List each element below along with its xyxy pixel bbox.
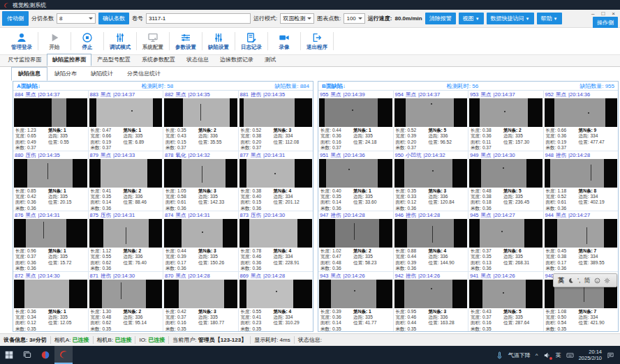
log-record-button[interactable]: 日志记录	[235, 32, 267, 51]
stop-button[interactable]: 停止	[71, 32, 103, 51]
defect-image	[89, 98, 163, 127]
weather-text[interactable]: 气温下降	[508, 351, 531, 359]
subtab-defect-distribution[interactable]: 缺陷分布	[47, 67, 84, 81]
defect-info: 长度: 0.44 宽度: 0.36 面积: 0.16 米数: 0.37 第N条:…	[318, 127, 393, 151]
defect-cell[interactable]: 942 挫伤 |20:14:26 长度: 0.95 宽度: 0.46 面积: 0…	[394, 272, 468, 332]
tab-defect-monitor[interactable]: 缺陷监控界面	[47, 54, 91, 66]
defect-cell[interactable]: 872 黑点 |20:14:30 长度: 0.36 宽度: 0.34 面积: 0…	[13, 272, 88, 332]
minimize-button[interactable]: –	[591, 10, 594, 17]
defect-cell[interactable]: 878 氧化 |20:14:32 长度: 1.05 宽度: 0.58 面积: 0…	[163, 151, 238, 211]
defect-type: 黑点	[26, 212, 36, 218]
subtab-class-info-statistics[interactable]: 分类信息统计	[120, 67, 168, 81]
defect-cell[interactable]: 876 黑点 |20:14:31 长度: 0.96 宽度: 0.37 面积: 0…	[13, 211, 88, 271]
smiley-icon[interactable]	[594, 278, 600, 284]
defect-meter: 米数: 0.36	[91, 206, 163, 211]
defect-type: 黑点	[556, 91, 566, 98]
split-count-select[interactable]: 8	[57, 13, 96, 24]
defect-cell[interactable]: 879 黑点 |20:14:33 长度: 0.41 宽度: 0.35 面积: 0…	[89, 151, 163, 211]
defect-id: 942	[395, 273, 404, 279]
tray-expand-chevron[interactable]: ^	[536, 352, 538, 358]
defect-cell[interactable]: 884 黑点 |20:14:37 长度: 1.23 宽度: 0.65 面积: 0…	[13, 91, 88, 151]
data-shortcut-menu-button[interactable]: 数据快捷访问▼	[487, 13, 534, 24]
taskbar-app-1[interactable]	[36, 346, 54, 364]
exit-program-button[interactable]: 退出程序	[301, 32, 333, 51]
run-mode-select[interactable]: 双面检测	[280, 13, 314, 24]
tab-edge-data-record[interactable]: 边缘数据记录	[214, 54, 259, 66]
defect-cell[interactable]: 881 挫伤 |20:14:35 长度: 0.52 宽度: 0.38 面积: 0…	[239, 91, 313, 151]
taskbar-clock[interactable]: 20:14 2025/2/10	[579, 349, 602, 362]
defect-settings-button[interactable]: 缺陷设置	[202, 32, 235, 51]
tab-size-monitor[interactable]: 尺寸监控界面	[2, 54, 47, 66]
ime-toolbar[interactable]: 英 ’, 简	[553, 273, 617, 287]
defect-type: 挫伤	[406, 273, 416, 279]
defect-strip-no: 第N条: 1	[353, 309, 376, 314]
defect-cell[interactable]: 869 黑点 |20:14:28 长度: 0.55 宽度: 0.41 面积: 0…	[239, 272, 313, 332]
chart-points-select[interactable]: 100	[344, 13, 364, 24]
defect-cell[interactable]: 945 黑点 |20:14:27 长度: 0.37 宽度: 0.35 面积: 0…	[468, 211, 543, 271]
tab-product-model-config[interactable]: 产品型号配置	[91, 54, 136, 66]
action-center-icon[interactable]	[607, 351, 614, 359]
defect-cell[interactable]: 874 黑点 |20:14:31 长度: 0.44 宽度: 0.39 面积: 0…	[163, 211, 238, 271]
volume-button[interactable]	[543, 351, 551, 359]
drive-side-button[interactable]: 传动侧	[2, 11, 29, 26]
debug-mode-button[interactable]: 调试模式	[104, 32, 136, 51]
keyboard-icon[interactable]	[566, 351, 574, 359]
defect-position: 位置: 33.60	[353, 199, 376, 205]
defect-cell[interactable]: 943 黑点 |20:14:26 长度: 0.39 宽度: 0.36 面积: 0…	[318, 272, 393, 332]
defect-cell[interactable]: 950 小凹坑 |20:14:32 长度: 0.35 宽度: 0.33 面积: …	[394, 151, 468, 211]
view-menu-button[interactable]: 视图▼	[459, 13, 484, 24]
defect-cell[interactable]: 871 挫伤 |20:14:30 长度: 1.30 宽度: 0.48 面积: 0…	[89, 272, 163, 332]
task-view-button[interactable]	[18, 346, 36, 364]
defect-info: 长度: 0.47 宽度: 0.66 面积: 0.19 米数: 0.37 第N条:…	[89, 127, 163, 151]
tab-system-parameter-config[interactable]: 系统参数配置	[136, 54, 181, 66]
operate-side-button[interactable]: 操作侧	[593, 17, 618, 29]
defect-cell[interactable]: 955 黑点 |20:14:39 长度: 0.44 宽度: 0.36 面积: 0…	[318, 91, 393, 151]
tab-status-info[interactable]: 状态信息	[181, 54, 214, 66]
defect-cell[interactable]: 948 挫伤 |20:14:28 长度: 1.18 宽度: 0.52 面积: 0…	[544, 151, 619, 211]
defect-cell[interactable]: 875 压伤 |20:14:31 长度: 1.12 宽度: 0.55 面积: 0…	[89, 211, 163, 271]
parameter-settings-button[interactable]: 参数设置	[170, 32, 202, 51]
subtab-defect-statistics[interactable]: 缺陷统计	[84, 67, 120, 81]
maximize-button[interactable]: □	[601, 10, 605, 17]
help-menu-button[interactable]: 帮助▼	[537, 13, 562, 24]
defect-strip-no: 第N条: 1	[48, 188, 71, 194]
start-button[interactable]	[0, 346, 18, 364]
defect-cell[interactable]: 949 黑点 |20:14:30 长度: 0.48 宽度: 0.38 面积: 0…	[468, 151, 543, 211]
subtab-defect-info[interactable]: 缺陷信息	[11, 67, 47, 81]
ime-english-mode[interactable]: 英	[558, 276, 564, 285]
admin-login-button[interactable]: 管理登录	[6, 32, 38, 51]
confirm-count-button[interactable]: 确认条数	[98, 13, 129, 24]
ime-language-indicator[interactable]: 英	[556, 351, 561, 359]
tab-test[interactable]: 测试	[259, 54, 281, 66]
record-video-button[interactable]: 录像	[268, 32, 300, 51]
moon-icon[interactable]	[568, 278, 574, 284]
defect-image	[164, 219, 237, 248]
defect-cell[interactable]: 880 压伤 |20:14:35 长度: 0.85 宽度: 0.42 面积: 0…	[13, 151, 88, 211]
defect-cell[interactable]: 951 黑点 |20:14:36 长度: 0.40 宽度: 0.35 面积: 0…	[318, 151, 393, 211]
gear-icon[interactable]	[604, 278, 610, 284]
defect-cell[interactable]: 954 黑点 |20:14:37 长度: 0.52 宽度: 0.39 面积: 0…	[394, 91, 468, 151]
start-button[interactable]: 开始	[38, 32, 71, 51]
ime-simplified-mode[interactable]: 简	[584, 276, 591, 285]
defect-cell[interactable]: 873 压伤 |20:14:30 长度: 0.78 宽度: 0.46 面积: 0…	[239, 211, 313, 271]
defect-cell[interactable]: 941 黑点 |20:14:26 长度: 0.43 宽度: 0.37 面积: 0…	[468, 272, 543, 332]
taskbar-app-inspection[interactable]	[54, 346, 73, 364]
defect-cell[interactable]: 946 挫伤 |20:14:28 长度: 0.88 宽度: 0.44 面积: 0…	[394, 211, 468, 271]
defect-margin: 边距: 336	[198, 133, 221, 139]
roll-number-input[interactable]	[146, 13, 251, 24]
defect-cell[interactable]: 944 黑点 |20:14:27 长度: 0.45 宽度: 0.38 面积: 0…	[544, 211, 619, 271]
ime-punctuation-mode[interactable]: ’,	[577, 277, 581, 284]
defect-cell[interactable]: 952 黑点 |20:14:36 长度: 0.66 宽度: 0.36 面积: 0…	[544, 91, 619, 151]
clear-alarm-button[interactable]: 清除报警	[425, 13, 456, 24]
defect-cell[interactable]: 870 黑点 |20:14:28 长度: 0.42 宽度: 0.37 面积: 0…	[163, 272, 238, 332]
system-config-button[interactable]: 系统配置	[137, 32, 169, 51]
defect-cell[interactable]: 883 黑点 |20:14:37 长度: 0.47 宽度: 0.66 面积: 0…	[89, 91, 163, 151]
defect-info: 长度: 0.48 宽度: 0.38 面积: 0.18 米数: 0.36 第N条:…	[468, 188, 543, 211]
defect-cell[interactable]: 882 黑点 |20:14:35 长度: 0.35 宽度: 0.43 面积: 0…	[163, 91, 238, 151]
close-button[interactable]: ×	[612, 10, 615, 17]
defect-cell[interactable]: 947 挫伤 |20:14:28 长度: 1.02 宽度: 0.47 面积: 0…	[318, 211, 393, 271]
defect-image	[14, 219, 87, 248]
defect-id: 883	[90, 91, 99, 98]
defect-cell[interactable]: 953 黑点 |20:14:37 长度: 0.38 宽度: 0.36 面积: 0…	[468, 91, 543, 151]
defect-cell[interactable]: 877 黑点 |20:14:31 长度: 0.38 宽度: 0.40 面积: 0…	[239, 151, 313, 211]
